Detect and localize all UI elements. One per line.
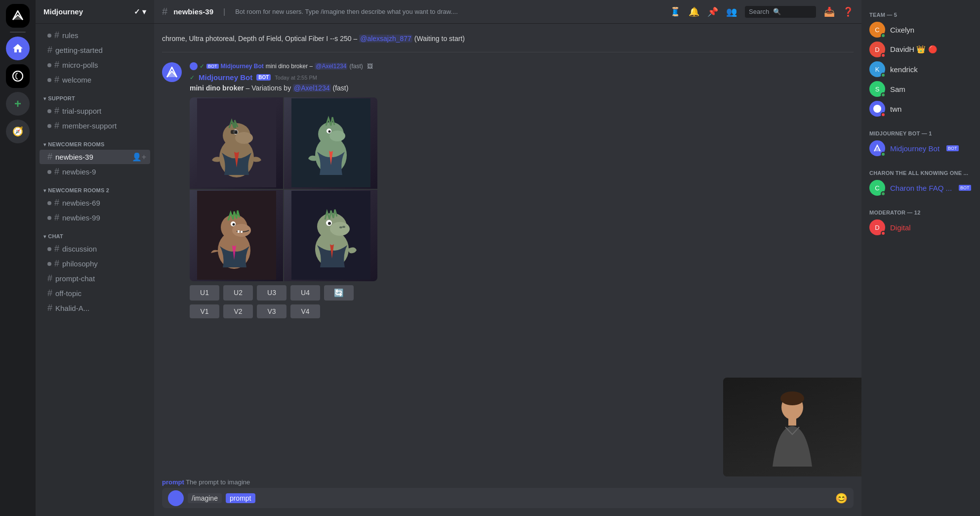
- thread-icon[interactable]: 🧵: [670, 6, 681, 17]
- member-sam[interactable]: S Sam: [865, 79, 976, 99]
- message-group-bot: ✓ BOT Midjourney Bot mini dino broker – …: [162, 60, 854, 320]
- category-chat[interactable]: ▾ CHAT: [36, 225, 154, 241]
- channel-item-off-topic[interactable]: # off-topic: [40, 286, 150, 301]
- dino-image-3: [190, 190, 283, 281]
- mini-message-title: mini dino broker –: [266, 63, 313, 70]
- category-label: CHAT: [48, 233, 63, 239]
- category-label: NEWCOMER ROOMS: [48, 141, 104, 147]
- team-section: TEAM — 5 C Cixelyn D DavidH 👑 🔴 K kendri…: [865, 8, 976, 119]
- image-cell-1[interactable]: [190, 97, 283, 189]
- pin-icon[interactable]: 📌: [707, 6, 718, 17]
- mini-bot-row: ✓ BOT Midjourney Bot mini dino broker – …: [190, 62, 854, 70]
- server-header[interactable]: Midjourney ✓ ▾: [36, 0, 154, 24]
- status-dot-charon: [881, 191, 886, 196]
- member-avatar-charon: C: [869, 180, 885, 196]
- input-area: prompt The prompt to imagine /imagine pr…: [154, 471, 861, 516]
- action-row-2: V1 V2 V3 V4: [190, 304, 854, 318]
- mini-mention: @Axel1234: [315, 63, 347, 70]
- u1-button[interactable]: U1: [190, 285, 219, 301]
- channel-item-getting-started[interactable]: # getting-started: [40, 43, 150, 57]
- message-input[interactable]: [259, 488, 832, 508]
- member-name-charon: Charon the FAQ ...: [890, 184, 952, 192]
- message-header: ✓ Midjourney Bot BOT Today at 2:55 PM: [190, 73, 854, 82]
- category-newcomer-rooms-2[interactable]: ▾ NEWCOMER ROOMS 2: [36, 179, 154, 195]
- channel-name: newbies-39: [173, 7, 213, 16]
- image-icon[interactable]: 🖼: [367, 63, 373, 70]
- search-box[interactable]: Search 🔍: [745, 6, 816, 18]
- channel-bullet: [47, 262, 51, 266]
- v2-button[interactable]: V2: [223, 304, 253, 318]
- channel-label: Khalid-A...: [55, 304, 89, 312]
- help-icon[interactable]: ❓: [843, 6, 854, 17]
- inbox-icon[interactable]: 📥: [824, 6, 835, 17]
- u2-button[interactable]: U2: [223, 285, 253, 301]
- server-icon-home[interactable]: [6, 37, 30, 60]
- category-arrow: ▾: [43, 96, 46, 101]
- channel-item-khalid[interactable]: # Khalid-A...: [40, 301, 150, 315]
- v4-button[interactable]: V4: [290, 304, 320, 318]
- channel-header: # newbies-39 | Bot room for new users. T…: [154, 0, 861, 24]
- member-digital[interactable]: D Digital: [865, 217, 976, 237]
- channel-item-philosophy[interactable]: # philosophy: [40, 257, 150, 271]
- member-name-sam: Sam: [890, 85, 905, 93]
- member-mj-bot[interactable]: Midjourney Bot BOT: [865, 138, 976, 158]
- moderator-section: MODERATOR — 12 D Digital: [865, 206, 976, 237]
- member-charon[interactable]: C Charon the FAQ ... BOT: [865, 178, 976, 198]
- hash-icon: #: [54, 213, 59, 223]
- channel-item-newbies-39[interactable]: # newbies-39 👤+: [40, 150, 150, 164]
- member-avatar-davidh: D: [869, 42, 885, 57]
- message-time: Today at 2:55 PM: [275, 75, 317, 81]
- member-twn[interactable]: twn: [865, 99, 976, 119]
- svg-rect-33: [788, 418, 796, 426]
- top-message-text: chrome, Ultra photoreal, Depth of Field,…: [162, 35, 359, 43]
- status-dot-online: [881, 33, 886, 38]
- server-icon-midjourney[interactable]: [6, 4, 30, 28]
- image-cell-4[interactable]: [284, 190, 377, 281]
- channel-label: trial-support: [62, 107, 101, 115]
- hash-icon: #: [47, 45, 52, 55]
- channel-item-micro-polls[interactable]: # micro-polls: [40, 58, 150, 72]
- channel-item-newbies-69[interactable]: # newbies-69: [40, 196, 150, 210]
- svg-point-13: [328, 130, 330, 133]
- channel-item-member-support[interactable]: # member-support: [40, 119, 150, 133]
- hash-icon: #: [54, 244, 59, 254]
- v1-button[interactable]: V1: [190, 304, 219, 318]
- add-server-button[interactable]: +: [6, 92, 30, 116]
- image-cell-2[interactable]: [284, 97, 377, 189]
- video-background: [723, 378, 861, 476]
- u4-button[interactable]: U4: [290, 285, 320, 301]
- channel-item-prompt-chat[interactable]: # prompt-chat: [40, 271, 150, 286]
- channel-hash-icon: #: [162, 6, 167, 17]
- hash-icon: #: [47, 303, 52, 313]
- category-newcomer-rooms[interactable]: ▾ NEWCOMER ROOMS: [36, 133, 154, 149]
- members-icon[interactable]: 👥: [726, 6, 737, 17]
- server-icon-openai[interactable]: [6, 64, 30, 88]
- member-davidh[interactable]: D DavidH 👑 🔴: [865, 40, 976, 59]
- channel-item-welcome[interactable]: # welcome: [40, 73, 150, 87]
- explore-servers-button[interactable]: 🧭: [6, 120, 30, 143]
- member-name-digital: Digital: [890, 223, 911, 232]
- image-cell-3[interactable]: [190, 190, 283, 281]
- channel-item-rules[interactable]: # rules: [40, 28, 150, 43]
- member-cixelyn[interactable]: C Cixelyn: [865, 20, 976, 40]
- notifications-icon[interactable]: 🔔: [689, 6, 699, 17]
- u3-button[interactable]: U3: [257, 285, 286, 301]
- svg-point-4: [235, 132, 253, 144]
- channel-item-newbies-99[interactable]: # newbies-99: [40, 211, 150, 225]
- emoji-button[interactable]: 😊: [835, 492, 848, 504]
- svg-point-26: [339, 226, 342, 228]
- hash-icon: #: [47, 273, 52, 284]
- member-kendrick[interactable]: K kendrick: [865, 59, 976, 79]
- v3-button[interactable]: V3: [257, 304, 286, 318]
- channel-label: getting-started: [55, 46, 103, 54]
- add-member-icon[interactable]: 👤+: [132, 152, 146, 162]
- svg-point-27: [342, 226, 345, 228]
- prompt-tag: prompt: [226, 493, 255, 503]
- bot-badge: BOT: [256, 74, 271, 81]
- channel-item-newbies-9[interactable]: # newbies-9: [40, 165, 150, 179]
- refresh-button[interactable]: 🔄: [324, 285, 354, 301]
- user-avatar: [168, 490, 184, 506]
- channel-item-trial-support[interactable]: # trial-support: [40, 104, 150, 118]
- channel-item-discussion[interactable]: # discussion: [40, 242, 150, 256]
- category-support[interactable]: ▾ SUPPORT: [36, 87, 154, 103]
